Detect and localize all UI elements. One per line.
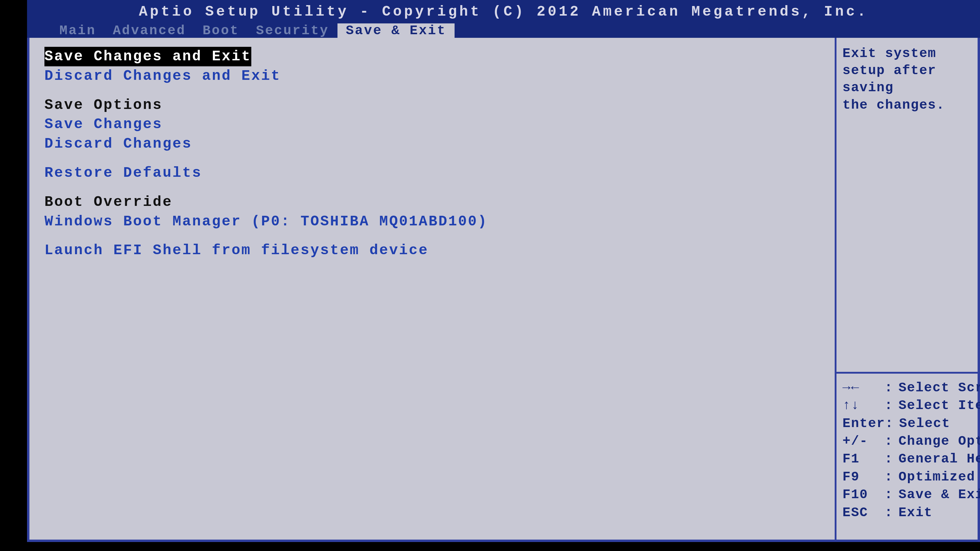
tab-bar: Main Advanced Boot Security Save & Exit xyxy=(27,24,980,38)
help-line-1: Exit system setup after saving xyxy=(843,45,972,97)
tab-main[interactable]: Main xyxy=(51,24,105,38)
help-line-2: the changes. xyxy=(843,97,972,114)
help-pane: Exit system setup after saving the chang… xyxy=(837,38,978,374)
menu-boot-device-0[interactable]: Windows Boot Manager (P0: TOSHIBA MQ01AB… xyxy=(45,212,820,231)
key-hint-general-help: F1:General Help xyxy=(843,450,972,468)
tab-boot[interactable]: Boot xyxy=(194,24,248,38)
section-save-options: Save Options xyxy=(45,95,820,115)
menu-pane: Save Changes and Exit Discard Changes an… xyxy=(29,38,837,540)
menu-launch-efi-shell[interactable]: Launch EFI Shell from filesystem device xyxy=(45,241,820,260)
bios-setup-screen: Aptio Setup Utility - Copyright (C) 2012… xyxy=(27,0,980,551)
key-hint-select: Enter:Select xyxy=(843,415,972,432)
menu-discard-changes[interactable]: Discard Changes xyxy=(45,134,820,154)
menu-discard-changes-and-exit[interactable]: Discard Changes and Exit xyxy=(45,66,820,86)
tab-security[interactable]: Security xyxy=(247,24,337,38)
header-bar: Aptio Setup Utility - Copyright (C) 2012… xyxy=(27,0,980,24)
main-frame: Save Changes and Exit Discard Changes an… xyxy=(27,38,980,542)
header-title: Aptio Setup Utility - Copyright (C) 2012… xyxy=(139,3,868,20)
menu-save-changes[interactable]: Save Changes xyxy=(45,114,820,134)
key-hint-change-opt: +/-:Change Opt. xyxy=(843,432,972,450)
key-hint-select-item: ↑↓:Select Item xyxy=(843,397,972,414)
key-hint-optimized-defaults: F9:Optimized Defaults xyxy=(843,468,972,486)
keys-pane: →←:Select Screen ↑↓:Select Item Enter:Se… xyxy=(837,374,978,540)
section-boot-override: Boot Override xyxy=(45,192,820,212)
right-pane: Exit system setup after saving the chang… xyxy=(837,38,978,540)
key-hint-exit: ESC:Exit xyxy=(843,504,972,522)
tab-advanced[interactable]: Advanced xyxy=(105,24,194,38)
key-hint-select-screen: →←:Select Screen xyxy=(843,379,972,397)
menu-restore-defaults[interactable]: Restore Defaults xyxy=(45,163,820,183)
menu-save-changes-and-exit[interactable]: Save Changes and Exit xyxy=(45,47,251,66)
tab-save-and-exit[interactable]: Save & Exit xyxy=(337,24,455,38)
key-hint-save-and-exit: F10:Save & Exit xyxy=(843,486,972,503)
